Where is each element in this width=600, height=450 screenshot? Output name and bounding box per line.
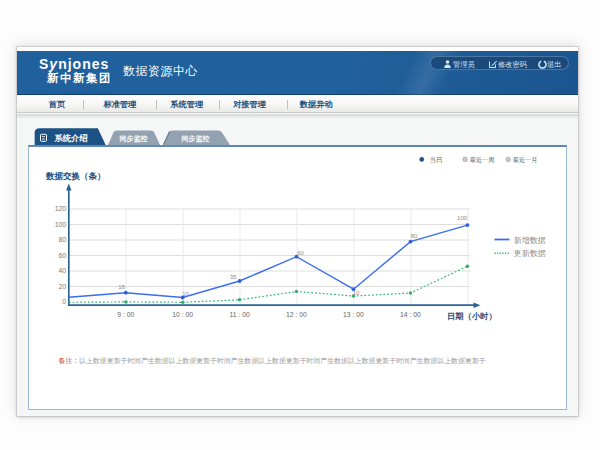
svg-text:最近一周: 最近一周 [469, 156, 494, 163]
svg-text:13 : 00: 13 : 00 [343, 311, 364, 318]
svg-text:同步监控: 同步监控 [120, 135, 148, 143]
svg-text:10: 10 [352, 289, 359, 295]
svg-text:14 : 00: 14 : 00 [400, 311, 421, 318]
svg-text:10 : 00: 10 : 00 [172, 311, 193, 318]
svg-text:11 : 00: 11 : 00 [229, 311, 250, 318]
svg-text:0: 0 [62, 297, 66, 304]
svg-text:100: 100 [54, 220, 66, 227]
svg-text:最近一月: 最近一月 [512, 156, 537, 164]
svg-text:100: 100 [457, 215, 468, 221]
svg-text:当日: 当日 [429, 156, 442, 163]
svg-text:更新数据: 更新数据 [513, 249, 545, 258]
svg-text:新增数据: 新增数据 [513, 235, 545, 244]
svg-text:同步监控: 同步监控 [182, 135, 210, 143]
svg-text:系统介绍: 系统介绍 [53, 133, 87, 143]
svg-text:60: 60 [297, 249, 304, 255]
svg-text:18: 18 [118, 283, 125, 289]
svg-text:12 : 00: 12 : 00 [286, 311, 307, 318]
svg-text:日期（小时）: 日期（小时） [447, 311, 497, 321]
svg-text:40: 40 [58, 267, 66, 274]
svg-text:80: 80 [410, 232, 417, 238]
svg-text:80: 80 [58, 236, 66, 243]
svg-text:数据交换（条）: 数据交换（条） [45, 170, 106, 180]
svg-text:20: 20 [58, 282, 66, 289]
svg-text:9 : 00: 9 : 00 [117, 311, 134, 318]
svg-text:120: 120 [54, 204, 66, 211]
svg-text:35: 35 [229, 273, 236, 279]
svg-text:10: 10 [182, 291, 189, 297]
svg-text:60: 60 [58, 251, 66, 258]
